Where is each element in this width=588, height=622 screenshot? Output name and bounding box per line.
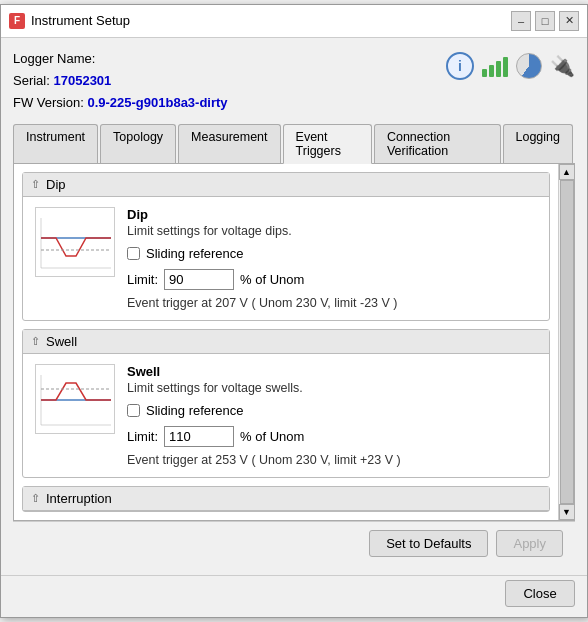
instrument-setup-window: F Instrument Setup – □ ✕ Logger Name: Se…: [0, 4, 588, 618]
set-to-defaults-button[interactable]: Set to Defaults: [369, 530, 488, 557]
logger-name-label: Logger Name:: [13, 51, 95, 66]
logger-info: Logger Name: Serial: 17052301 FW Version…: [13, 48, 575, 114]
interruption-section-header[interactable]: ⇧ Interruption: [23, 487, 549, 511]
swell-event-desc: Limit settings for voltage swells.: [127, 381, 537, 395]
dip-sliding-ref-checkbox[interactable]: [127, 247, 140, 260]
interruption-section-title: Interruption: [46, 491, 112, 506]
tab-measurement[interactable]: Measurement: [178, 124, 280, 163]
pie-icon: [516, 53, 542, 79]
scrollbar: ▲ ▼: [558, 164, 574, 520]
swell-chart: [35, 364, 115, 434]
fw-label: FW Version:: [13, 95, 84, 110]
tab-instrument[interactable]: Instrument: [13, 124, 98, 163]
dip-event-details: Dip Limit settings for voltage dips. Sli…: [127, 207, 537, 310]
dip-event-name: Dip: [127, 207, 537, 222]
signal-icon: [482, 55, 508, 77]
fw-row: FW Version: 0.9-225-g901b8a3-dirty: [13, 92, 228, 114]
scrollbar-down-button[interactable]: ▼: [559, 504, 575, 520]
serial-value: 17052301: [53, 73, 111, 88]
content-area: Logger Name: Serial: 17052301 FW Version…: [1, 38, 587, 575]
plug-icon: 🔌: [550, 54, 575, 78]
interruption-collapse-arrow: ⇧: [31, 492, 40, 505]
fw-value: 0.9-225-g901b8a3-dirty: [87, 95, 227, 110]
tab-logging[interactable]: Logging: [503, 124, 574, 163]
dip-limit-input[interactable]: [164, 269, 234, 290]
dip-limit-unit: % of Unom: [240, 272, 304, 287]
window-controls: – □ ✕: [511, 11, 579, 31]
dip-collapse-arrow: ⇧: [31, 178, 40, 191]
dip-limit-row: Limit: % of Unom: [127, 269, 537, 290]
maximize-button[interactable]: □: [535, 11, 555, 31]
title-bar-left: F Instrument Setup: [9, 13, 130, 29]
swell-trigger-info: Event trigger at 253 V ( Unom 230 V, lim…: [127, 453, 537, 467]
swell-collapse-arrow: ⇧: [31, 335, 40, 348]
swell-limit-label: Limit:: [127, 429, 158, 444]
dip-sliding-ref-row: Sliding reference: [127, 246, 537, 261]
window-title: Instrument Setup: [31, 13, 130, 28]
dip-section-title: Dip: [46, 177, 66, 192]
tab-connection-verification[interactable]: Connection Verification: [374, 124, 501, 163]
logger-fields: Logger Name: Serial: 17052301 FW Version…: [13, 48, 228, 114]
dip-event-desc: Limit settings for voltage dips.: [127, 224, 537, 238]
dip-sliding-ref-label: Sliding reference: [146, 246, 244, 261]
minimize-button[interactable]: –: [511, 11, 531, 31]
tab-event-triggers[interactable]: Event Triggers: [283, 124, 372, 164]
close-button[interactable]: Close: [505, 580, 575, 607]
swell-section-title: Swell: [46, 334, 77, 349]
interruption-section: ⇧ Interruption: [22, 486, 550, 512]
serial-label: Serial:: [13, 73, 50, 88]
tab-bar: Instrument Topology Measurement Event Tr…: [13, 124, 575, 164]
dip-section-body: Dip Limit settings for voltage dips. Sli…: [23, 197, 549, 320]
swell-sliding-ref-label: Sliding reference: [146, 403, 244, 418]
swell-section-body: Swell Limit settings for voltage swells.…: [23, 354, 549, 477]
swell-limit-unit: % of Unom: [240, 429, 304, 444]
swell-section: ⇧ Swell: [22, 329, 550, 478]
scroll-area[interactable]: ⇧ Dip: [14, 164, 558, 520]
tab-topology[interactable]: Topology: [100, 124, 176, 163]
apply-button[interactable]: Apply: [496, 530, 563, 557]
status-icons: i 🔌: [446, 52, 575, 80]
swell-section-header[interactable]: ⇧ Swell: [23, 330, 549, 354]
scrollbar-thumb[interactable]: [560, 180, 574, 504]
close-row: Close: [1, 575, 587, 617]
button-row: Set to Defaults Apply: [13, 521, 575, 565]
swell-event-name: Swell: [127, 364, 537, 379]
swell-sliding-ref-row: Sliding reference: [127, 403, 537, 418]
swell-limit-row: Limit: % of Unom: [127, 426, 537, 447]
window-close-button[interactable]: ✕: [559, 11, 579, 31]
dip-section-header[interactable]: ⇧ Dip: [23, 173, 549, 197]
swell-event-details: Swell Limit settings for voltage swells.…: [127, 364, 537, 467]
app-icon: F: [9, 13, 25, 29]
info-icon[interactable]: i: [446, 52, 474, 80]
main-panel: ⇧ Dip: [13, 164, 575, 521]
dip-section: ⇧ Dip: [22, 172, 550, 321]
swell-sliding-ref-checkbox[interactable]: [127, 404, 140, 417]
serial-row: Serial: 17052301: [13, 70, 228, 92]
logger-name-row: Logger Name:: [13, 48, 228, 70]
title-bar: F Instrument Setup – □ ✕: [1, 5, 587, 38]
dip-chart: [35, 207, 115, 277]
dip-trigger-info: Event trigger at 207 V ( Unom 230 V, lim…: [127, 296, 537, 310]
dip-limit-label: Limit:: [127, 272, 158, 287]
scrollbar-up-button[interactable]: ▲: [559, 164, 575, 180]
swell-limit-input[interactable]: [164, 426, 234, 447]
